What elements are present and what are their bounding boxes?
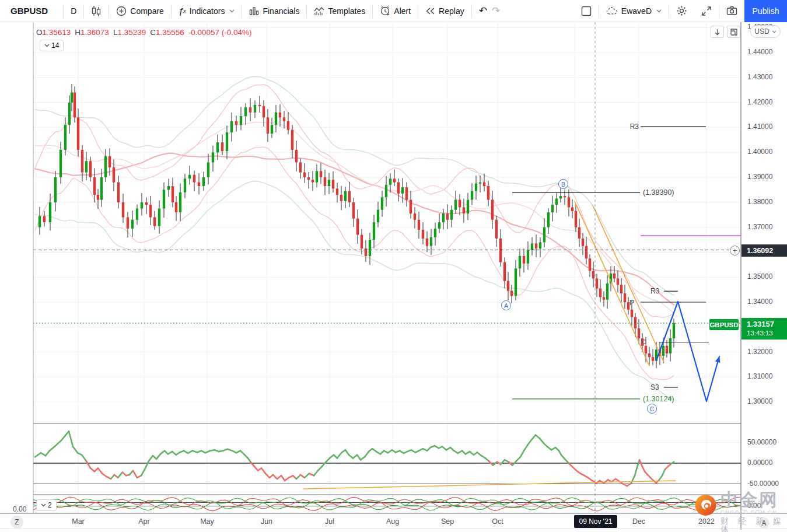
elliott-wave-b-label[interactable]: B [558, 179, 568, 189]
low-label: L1.35239 [113, 28, 146, 37]
currency-label: USD [754, 27, 769, 36]
arrow-down-icon [714, 29, 720, 36]
last-price-badge[interactable]: 1.33157 13:43:13 [741, 318, 787, 340]
crosshair-date-badge: 09 Nov '21 [574, 515, 617, 528]
last-price-value: 1.33157 [747, 320, 787, 329]
scroll-to-recent-button[interactable] [711, 26, 724, 38]
close-label: C1.35556 [150, 28, 184, 37]
high-value: 1.36073 [81, 28, 109, 37]
pivot-s3-label[interactable]: S3 [650, 383, 659, 391]
trading-chart-app: GBPUSD D Compare ƒx Indicators Financial… [0, 0, 787, 532]
add-alert-plus-icon[interactable]: + [730, 246, 740, 256]
chevron-down-icon [44, 44, 50, 47]
pane3-length-button[interactable]: 2 [36, 499, 57, 511]
low-value: 1.35239 [117, 28, 146, 37]
currency-toggle[interactable]: USD [750, 25, 781, 38]
a-corner-badge[interactable]: A [758, 517, 769, 528]
bar-countdown: 13:43:13 [747, 329, 787, 337]
pivot-r3-label[interactable]: R3 [650, 287, 659, 295]
chevron-down-icon [41, 503, 46, 507]
indicator-length-button[interactable]: 14 [40, 40, 64, 51]
drawing-anchor-dot[interactable] [642, 340, 646, 344]
high-label: H1.36073 [75, 28, 109, 37]
close-value: 1.35556 [156, 28, 184, 37]
chevron-down-icon [772, 30, 776, 33]
drawn-level-price-badge[interactable]: 1.36092 [741, 244, 787, 257]
elliott-wave-c-label[interactable]: C [647, 404, 657, 414]
symbol-price-label: GBPUSD [709, 319, 739, 330]
pane3-length-value: 2 [48, 501, 52, 509]
elliott-wave-a-label[interactable]: A [501, 300, 511, 310]
maximize-pane-button[interactable] [727, 26, 740, 38]
pivot-r3-upper-label[interactable]: R3 [627, 123, 639, 131]
support-price-label[interactable]: (1.30124) [643, 395, 674, 403]
open-label: O1.35613 [36, 28, 71, 37]
change-value: -0.00057 (-0.04%) [188, 28, 252, 37]
z-corner-badge[interactable]: Z [11, 516, 23, 528]
frame-icon [730, 29, 737, 36]
open-value: 1.35613 [43, 28, 71, 37]
pivot-p-label[interactable]: P [629, 299, 634, 307]
resistance-price-label[interactable]: (1.38390) [643, 188, 674, 197]
indicator-length-value: 14 [51, 41, 59, 50]
ohlc-legend: O1.35613 H1.36073 L1.35239 C1.35556 -0.0… [36, 28, 252, 37]
chart-canvas[interactable] [0, 0, 787, 532]
